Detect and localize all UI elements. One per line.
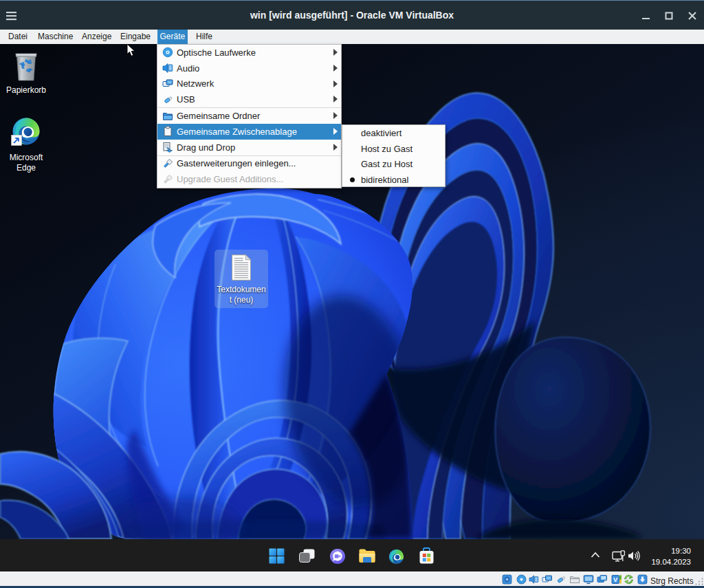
svg-text:V: V xyxy=(613,576,618,583)
